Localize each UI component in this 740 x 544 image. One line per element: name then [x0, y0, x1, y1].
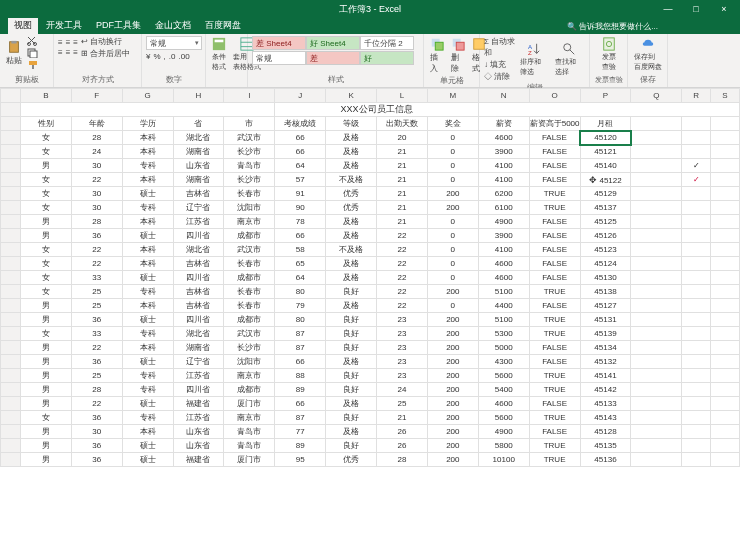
data-cell[interactable]: 24: [71, 145, 122, 159]
column-header[interactable]: F: [71, 89, 122, 103]
data-cell[interactable]: 成都市: [224, 229, 275, 243]
data-cell[interactable]: 专科: [122, 369, 173, 383]
autosum-button[interactable]: Σ 自动求和: [484, 36, 515, 58]
data-cell[interactable]: 87: [275, 327, 326, 341]
data-cell[interactable]: 22: [71, 173, 122, 187]
data-cell[interactable]: 福建省: [173, 397, 224, 411]
style-thousands-2[interactable]: 千位分隔 2: [360, 36, 414, 50]
data-cell[interactable]: 长沙市: [224, 341, 275, 355]
data-cell[interactable]: 硕士: [122, 439, 173, 453]
data-cell[interactable]: FALSE: [529, 215, 580, 229]
data-cell[interactable]: 36: [71, 355, 122, 369]
data-cell[interactable]: 45133: [580, 397, 631, 411]
data-cell[interactable]: 4100: [478, 159, 529, 173]
data-cell[interactable]: 24: [377, 383, 428, 397]
column-header[interactable]: B: [20, 89, 71, 103]
tab-baidu[interactable]: 百度网盘: [199, 17, 247, 34]
data-cell[interactable]: TRUE: [529, 285, 580, 299]
data-cell[interactable]: 女: [20, 271, 71, 285]
data-cell[interactable]: 湖北省: [173, 327, 224, 341]
data-cell[interactable]: 本科: [122, 425, 173, 439]
data-cell[interactable]: 男: [20, 425, 71, 439]
data-cell[interactable]: 45125: [580, 215, 631, 229]
number-format-combo[interactable]: 常规: [146, 36, 202, 50]
data-cell[interactable]: 5600: [478, 411, 529, 425]
data-cell[interactable]: 30: [71, 425, 122, 439]
style-normal[interactable]: 常规: [252, 51, 306, 65]
data-cell[interactable]: 良好: [326, 383, 377, 397]
data-cell[interactable]: 25: [71, 299, 122, 313]
data-cell[interactable]: 45137: [580, 201, 631, 215]
data-cell[interactable]: 45135: [580, 439, 631, 453]
column-header[interactable]: O: [529, 89, 580, 103]
data-cell[interactable]: 南京市: [224, 411, 275, 425]
tell-me-search[interactable]: 🔍 告诉我您想要做什么...: [563, 19, 662, 34]
data-cell[interactable]: 吉林省: [173, 285, 224, 299]
data-cell[interactable]: TRUE: [529, 411, 580, 425]
data-cell[interactable]: FALSE: [529, 243, 580, 257]
maximize-button[interactable]: □: [682, 0, 710, 18]
data-cell[interactable]: 45132: [580, 355, 631, 369]
data-cell[interactable]: 89: [275, 439, 326, 453]
data-cell[interactable]: 25: [71, 369, 122, 383]
column-header[interactable]: N: [478, 89, 529, 103]
data-cell[interactable]: 0: [427, 131, 478, 145]
data-cell[interactable]: 28: [71, 131, 122, 145]
data-cell[interactable]: 及格: [326, 145, 377, 159]
data-cell[interactable]: 45128: [580, 425, 631, 439]
data-cell[interactable]: 4600: [478, 131, 529, 145]
data-cell[interactable]: 专科: [122, 201, 173, 215]
cut-icon[interactable]: [27, 36, 39, 46]
data-cell[interactable]: 28: [377, 453, 428, 467]
data-cell[interactable]: 28: [71, 215, 122, 229]
style-good[interactable]: 好: [360, 51, 414, 65]
data-cell[interactable]: 良好: [326, 341, 377, 355]
data-cell[interactable]: TRUE: [529, 383, 580, 397]
style-good-sheet4[interactable]: 好 Sheet4: [306, 36, 360, 50]
data-cell[interactable]: 77: [275, 425, 326, 439]
conditional-format-button[interactable]: 条件格式: [210, 36, 228, 73]
data-cell[interactable]: 28: [71, 383, 122, 397]
data-cell[interactable]: 武汉市: [224, 243, 275, 257]
data-cell[interactable]: 200: [427, 411, 478, 425]
data-cell[interactable]: 男: [20, 397, 71, 411]
tab-view[interactable]: 视图: [8, 17, 38, 34]
data-cell[interactable]: 5100: [478, 285, 529, 299]
data-cell[interactable]: 男: [20, 229, 71, 243]
data-cell[interactable]: 青岛市: [224, 425, 275, 439]
style-bad[interactable]: 差: [306, 51, 360, 65]
data-cell[interactable]: 45143: [580, 411, 631, 425]
data-cell[interactable]: TRUE: [529, 369, 580, 383]
data-cell[interactable]: 22: [377, 257, 428, 271]
data-cell[interactable]: FALSE: [529, 131, 580, 145]
data-cell[interactable]: 200: [427, 187, 478, 201]
align-top-icon[interactable]: ≡: [58, 38, 63, 47]
data-cell[interactable]: 36: [71, 411, 122, 425]
data-cell[interactable]: 64: [275, 159, 326, 173]
data-cell[interactable]: 23: [377, 355, 428, 369]
data-cell[interactable]: 山东省: [173, 159, 224, 173]
data-cell[interactable]: 本科: [122, 215, 173, 229]
data-cell[interactable]: FALSE: [529, 397, 580, 411]
data-cell[interactable]: 女: [20, 131, 71, 145]
data-cell[interactable]: 4900: [478, 215, 529, 229]
data-cell[interactable]: 200: [427, 383, 478, 397]
data-cell[interactable]: FALSE: [529, 173, 580, 187]
data-cell[interactable]: 79: [275, 299, 326, 313]
data-cell[interactable]: 23: [377, 341, 428, 355]
data-cell[interactable]: 长春市: [224, 299, 275, 313]
data-cell[interactable]: 男: [20, 439, 71, 453]
data-cell[interactable]: 4300: [478, 355, 529, 369]
paste-button[interactable]: 粘贴: [4, 39, 24, 67]
data-cell[interactable]: 45131: [580, 313, 631, 327]
data-cell[interactable]: 良好: [326, 411, 377, 425]
data-cell[interactable]: 专科: [122, 383, 173, 397]
data-cell[interactable]: 33: [71, 271, 122, 285]
data-cell[interactable]: 5600: [478, 369, 529, 383]
data-cell[interactable]: 200: [427, 397, 478, 411]
data-cell[interactable]: TRUE: [529, 327, 580, 341]
tab-developer[interactable]: 开发工具: [40, 17, 88, 34]
data-cell[interactable]: 及格: [326, 355, 377, 369]
data-cell[interactable]: 长春市: [224, 187, 275, 201]
data-cell[interactable]: 男: [20, 369, 71, 383]
